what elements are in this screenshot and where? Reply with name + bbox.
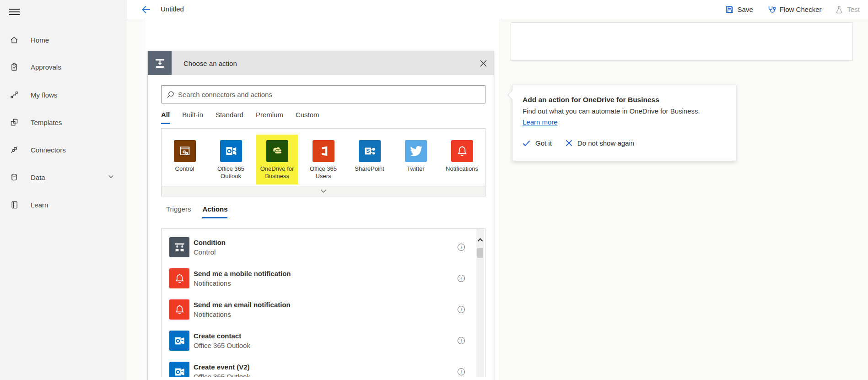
office365-users-icon <box>313 140 334 162</box>
do-not-show-again-button[interactable]: Do not show again <box>566 139 634 147</box>
test-flask-icon <box>835 5 843 14</box>
tab-actions[interactable]: Actions <box>202 205 227 218</box>
office365-outlook-icon <box>169 362 189 377</box>
list-scrollbar[interactable] <box>476 229 484 377</box>
choose-action-dialog: Choose an action All Built-in Standard P… <box>147 51 494 380</box>
connector-sharepoint[interactable]: S SharePoint <box>346 140 393 186</box>
trigger-action-tabs: Triggers Actions <box>161 205 485 218</box>
got-it-button[interactable]: Got it <box>523 139 552 147</box>
x-icon <box>566 140 572 147</box>
sidebar-item-label: Data <box>31 174 45 181</box>
connector-label: Notifications <box>446 165 478 173</box>
flow-step-panel: Choose an action All Built-in Standard P… <box>143 19 500 380</box>
action-title: Create event (V2) <box>194 362 250 372</box>
action-row-email-notification[interactable]: Send me an email notificationNotificatio… <box>162 294 485 325</box>
onedrive-for-business-icon <box>266 140 288 162</box>
back-button[interactable] <box>140 4 151 15</box>
info-icon[interactable]: i <box>458 275 465 282</box>
test-button[interactable]: Test <box>835 5 860 14</box>
connector-control[interactable]: Control <box>162 140 208 186</box>
info-icon[interactable]: i <box>458 306 465 313</box>
callout-title: Add an action for OneDrive for Business <box>523 95 727 104</box>
flow-title: Untitled <box>161 5 184 13</box>
action-title: Create contact <box>194 331 250 341</box>
actions-list: ConditionControl i Send me a mobile noti… <box>161 228 485 377</box>
info-icon[interactable]: i <box>458 244 465 251</box>
chevron-down-icon <box>108 175 113 179</box>
connector-onedrive-for-business[interactable]: OneDrive for Business <box>254 140 300 186</box>
tab-standard[interactable]: Standard <box>216 111 243 124</box>
tab-all[interactable]: All <box>161 111 170 124</box>
office365-outlook-icon <box>169 331 189 351</box>
dialog-header: Choose an action <box>148 51 494 75</box>
connector-office365-users[interactable]: Office 365 Users <box>300 140 346 186</box>
sidebar-item-connectors[interactable]: Connectors <box>0 141 127 159</box>
action-subtitle: Notifications <box>194 278 291 288</box>
next-step-placeholder-card <box>511 22 852 61</box>
action-row-create-event[interactable]: Create event (V2)Office 365 Outlook i <box>162 356 485 377</box>
scroll-up-icon[interactable] <box>477 236 484 244</box>
twitter-icon <box>405 140 427 162</box>
action-row-create-contact[interactable]: Create contactOffice 365 Outlook i <box>162 325 485 356</box>
connector-label: Twitter <box>407 165 424 173</box>
connectors-icon <box>10 145 19 154</box>
topbar-actions: Save Flow Checker Test <box>725 0 860 19</box>
tab-triggers[interactable]: Triggers <box>166 205 191 218</box>
sidebar-item-label: Connectors <box>31 146 66 154</box>
control-connector-icon <box>174 140 196 162</box>
condition-icon <box>169 237 189 257</box>
sidebar-item-label: Approvals <box>31 63 61 71</box>
connector-label: SharePoint <box>355 165 384 173</box>
back-arrow-icon <box>140 4 151 15</box>
sidebar-item-learn[interactable]: Learn <box>0 195 127 214</box>
home-icon <box>10 35 19 44</box>
action-subtitle: Office 365 Outlook <box>194 372 250 377</box>
data-icon <box>10 173 19 182</box>
svg-text:S: S <box>366 148 370 154</box>
sidebar-item-label: My flows <box>31 91 57 99</box>
teaching-callout: Add an action for OneDrive for Business … <box>512 85 736 161</box>
sidebar-item-label: Learn <box>31 201 48 209</box>
callout-body: Find out what you can automate in OneDri… <box>523 106 727 116</box>
connector-office365-outlook[interactable]: Office 365 Outlook <box>208 140 254 186</box>
dialog-title: Choose an action <box>183 60 237 67</box>
tab-custom[interactable]: Custom <box>296 111 319 124</box>
connector-label: OneDrive for Business <box>257 165 297 180</box>
got-it-label: Got it <box>535 139 552 147</box>
action-title: Condition <box>194 238 226 247</box>
save-button[interactable]: Save <box>725 5 753 14</box>
chevron-down-icon <box>320 189 327 193</box>
connector-label: Office 365 Outlook <box>211 165 251 180</box>
expand-connectors-bar[interactable] <box>161 186 485 196</box>
hamburger-menu-icon[interactable] <box>7 5 22 16</box>
info-icon[interactable]: i <box>458 368 465 375</box>
sidebar-item-my-flows[interactable]: My flows <box>0 86 127 104</box>
sidebar-item-home[interactable]: Home <box>0 31 127 49</box>
learn-more-link[interactable]: Learn more <box>523 118 558 126</box>
save-icon <box>725 5 734 14</box>
action-row-condition[interactable]: ConditionControl i <box>162 232 485 263</box>
sidebar-item-approvals[interactable]: Approvals <box>0 58 127 76</box>
close-button[interactable] <box>478 58 488 68</box>
topbar: Untitled Save Flow Checker Test <box>127 0 868 19</box>
sidebar: Home Approvals My flows Templates Connec… <box>0 0 127 380</box>
info-icon[interactable]: i <box>458 337 465 344</box>
sharepoint-icon: S <box>359 140 381 162</box>
office365-outlook-icon <box>220 140 242 162</box>
search-icon <box>166 90 175 99</box>
flow-checker-label: Flow Checker <box>780 5 822 13</box>
dismiss-label: Do not show again <box>577 139 634 147</box>
action-row-mobile-notification[interactable]: Send me a mobile notificationNotificatio… <box>162 263 485 294</box>
test-label: Test <box>847 5 860 13</box>
scrollbar-thumb[interactable] <box>477 248 483 258</box>
tab-premium[interactable]: Premium <box>256 111 283 124</box>
connector-notifications[interactable]: Notifications <box>439 140 485 186</box>
connector-twitter[interactable]: Twitter <box>393 140 439 186</box>
action-title: Send me an email notification <box>194 300 291 309</box>
search-input[interactable] <box>178 91 485 98</box>
sidebar-item-data[interactable]: Data <box>0 168 127 186</box>
flow-checker-button[interactable]: Flow Checker <box>767 5 822 14</box>
tab-built-in[interactable]: Built-in <box>182 111 203 124</box>
action-step-icon <box>148 51 172 75</box>
sidebar-item-templates[interactable]: Templates <box>0 113 127 131</box>
